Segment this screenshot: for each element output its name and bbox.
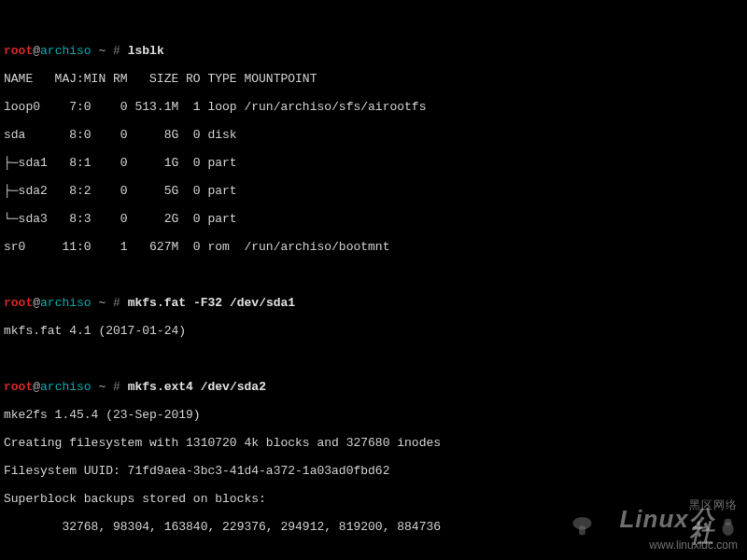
prompt-host: archiso — [40, 44, 92, 58]
out-blank — [4, 548, 743, 560]
prompt-path: ~ — [98, 44, 106, 58]
lsblk-row: loop0 7:0 0 513.1M 1 loop /run/archiso/s… — [4, 100, 743, 114]
cmd-mkfs-fat: mkfs.fat -F32 /dev/sda1 — [128, 296, 295, 310]
cmd-lsblk: lsblk — [128, 44, 164, 58]
out-mke2fs: Creating filesystem with 1310720 4k bloc… — [4, 436, 743, 450]
out-mkfsfat: mkfs.fat 4.1 (2017-01-24) — [4, 324, 743, 338]
lsblk-row: └─sda3 8:3 0 2G 0 part — [4, 212, 743, 226]
lsblk-header: NAME MAJ:MIN RM SIZE RO TYPE MOUNTPOINT — [4, 72, 743, 86]
lsblk-row: sr0 11:0 1 627M 0 rom /run/archiso/bootm… — [4, 240, 743, 254]
terminal[interactable]: root@archiso ~ # lsblk NAME MAJ:MIN RM S… — [0, 0, 747, 560]
out-mke2fs: Superblock backups stored on blocks: — [4, 492, 743, 506]
lsblk-row: ├─sda2 8:2 0 5G 0 part — [4, 184, 743, 198]
lsblk-row: sda 8:0 0 8G 0 disk — [4, 128, 743, 142]
prompt-user: root — [4, 44, 33, 58]
out-mke2fs: mke2fs 1.45.4 (23-Sep-2019) — [4, 408, 743, 422]
cmd-mkfs-ext4: mkfs.ext4 /dev/sda2 — [128, 380, 266, 394]
lsblk-row: ├─sda1 8:1 0 1G 0 part — [4, 156, 743, 170]
out-mke2fs: Filesystem UUID: 71fd9aea-3bc3-41d4-a372… — [4, 464, 743, 478]
out-mke2fs: 32768, 98304, 163840, 229376, 294912, 81… — [4, 520, 743, 534]
